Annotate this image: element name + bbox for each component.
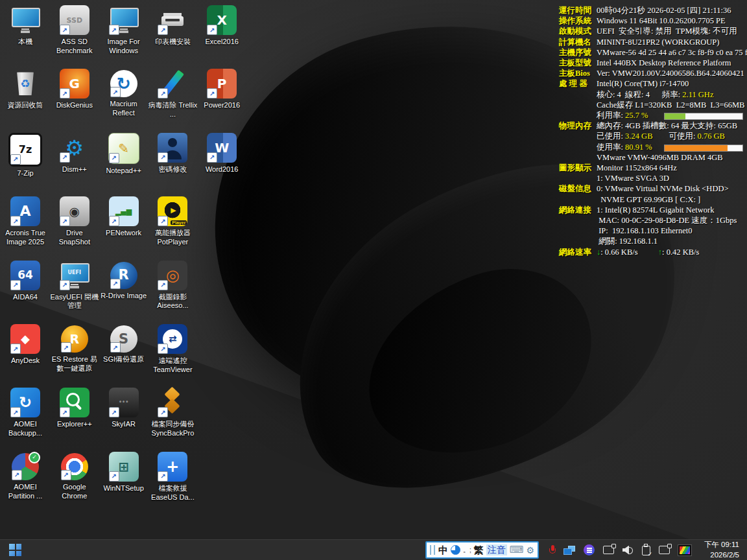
desktop-icon-aida64[interactable]: 64AIDA64 xyxy=(1,259,50,302)
ime-input-method[interactable]: 注音 xyxy=(486,544,507,555)
display-color-icon[interactable] xyxy=(678,545,691,555)
clock-date: 2026/2/5 xyxy=(699,550,739,560)
usb-eject-icon[interactable] xyxy=(642,546,650,555)
printer-setup-icon xyxy=(158,5,187,35)
desktop-icon-easeus-recovery[interactable]: +檔案救援 EaseUS Da... xyxy=(148,450,197,502)
mic-muted-icon[interactable] xyxy=(549,545,555,555)
desktop-icon-easyuefi[interactable]: UEFIEasyUEFI 開機管理 xyxy=(50,259,99,311)
sysinfo-line: 核心: 4 線程: 4 頻率: 2.11 GHz xyxy=(559,89,746,100)
desktop-icon-power2016[interactable]: PPower2016 xyxy=(197,67,246,110)
shortcut-arrow-icon xyxy=(60,216,70,226)
desktop-icon-label: AIDA64 xyxy=(1,293,50,302)
taskbar-clock[interactable]: 下午 09:11 2026/2/5 xyxy=(699,540,739,560)
desktop-icon-macrium-reflect[interactable]: ↻Macrium Reflect xyxy=(99,67,148,118)
gear-icon[interactable]: ⚙ xyxy=(526,546,534,555)
desktop-icon-r-drive-image[interactable]: RR-Drive Image xyxy=(99,259,148,301)
desktop-icon-label: SGI備份還原 xyxy=(99,355,148,364)
network-computers-icon[interactable] xyxy=(563,546,575,555)
7zip-icon: 7z xyxy=(8,133,42,167)
desktop-icon-trellix-antivirus[interactable]: 病毒清除 Trellix ... xyxy=(148,67,197,119)
desktop-icon-skyiar[interactable]: •••SkyIAR xyxy=(99,386,148,429)
shortcut-arrow-icon xyxy=(10,344,21,354)
monitor-plug-icon[interactable] xyxy=(603,546,614,554)
desktop-icon-winntsetup[interactable]: ⊞WinNTSetup xyxy=(99,450,148,493)
keyboard-icon[interactable]: ⌨ xyxy=(510,545,524,555)
ime-shape-mode-icon[interactable] xyxy=(451,545,460,555)
desktop-icon-syncbackpro[interactable]: 檔案同步備份 SyncBackPro xyxy=(148,386,197,438)
password-change-icon xyxy=(158,133,187,163)
desktop-icon-penetwork[interactable]: ▂▄▆PENetwork xyxy=(99,195,148,238)
volume-icon[interactable] xyxy=(622,546,634,555)
sysinfo-line: 網絡連接1: Intel(R) 82574L Gigabit Network xyxy=(559,205,746,215)
syncbackpro-icon xyxy=(158,388,187,417)
notepadpp-icon: ✎ xyxy=(108,133,139,164)
sysinfo-value: 使用率: xyxy=(597,143,625,152)
desktop-icon-recycle-bin[interactable]: ♻資源回收筒 xyxy=(1,67,50,110)
desktop-icon-word2016[interactable]: WWord2016 xyxy=(197,132,246,174)
shortcut-arrow-icon xyxy=(110,279,121,289)
sysinfo-line: 網關: 192.168.1.1 xyxy=(559,236,746,246)
ime-script-mode[interactable]: 繁 xyxy=(474,545,484,555)
desktop-icon-label: ES Restore 易數一鍵還原 xyxy=(50,355,99,373)
desktop-icon-label: 密碼修改 xyxy=(148,165,197,174)
monitor-plug-icon-2[interactable] xyxy=(659,546,670,554)
desktop-icon-diskgenius[interactable]: GDiskGenius xyxy=(50,67,99,110)
desktop-icon-drive-snapshot[interactable]: ◉Drive SnapShot xyxy=(50,195,99,247)
desktop-icon-notepadpp[interactable]: ✎Notepad++ xyxy=(99,132,148,176)
shortcut-arrow-icon xyxy=(10,280,21,290)
desktop-icon-teamviewer[interactable]: ⇄遠端遙控 TeamViewer xyxy=(148,323,197,375)
sysinfo-line: 運行時間00時04分21秒 2026-02-05 [四] 21:11:36 xyxy=(559,5,746,16)
es-restore-icon: R xyxy=(61,325,88,353)
sysinfo-value: VMware-56 4d 25 44 a6 c7 3c f8-f9 c0 ea … xyxy=(597,48,747,57)
desktop-icon-label: 本機 xyxy=(1,38,50,47)
shortcut-arrow-icon xyxy=(12,470,22,480)
sysinfo-value: : 0.42 KB/s xyxy=(662,248,699,257)
desktop-icon-potplayer[interactable]: ▶萬能播放器 PotPlayer xyxy=(148,195,197,247)
desktop-icon-google-chrome[interactable]: Google Chrome xyxy=(50,450,99,501)
desktop-icon-aiseesoft-recorder[interactable]: ◎截圖錄影 Aiseeso... xyxy=(148,259,197,311)
desktop-icon-acronis-true-image[interactable]: AAcronis True Image 2025 xyxy=(1,195,50,247)
desktop-icon-label: EasyUEFI 開機管理 xyxy=(50,293,99,311)
desktop-icon-image-for-windows[interactable]: Image For Windows xyxy=(99,4,148,56)
desktop-icon-excel2016[interactable]: XExcel2016 xyxy=(197,4,246,47)
desktop-icon-aomei-partition[interactable]: ✓AOMEI Partition ... xyxy=(1,450,50,501)
desktop-icon-dism[interactable]: ⚙Dism++ xyxy=(50,132,99,174)
shortcut-arrow-icon xyxy=(60,152,70,163)
sysinfo-value: VMware VMW-4096MB DRAM 4GB xyxy=(597,153,723,162)
desktop-icon-explorerpp[interactable]: Explorer++ xyxy=(50,386,99,429)
desktop-icon-anydesk[interactable]: ◆AnyDesk xyxy=(1,323,50,366)
desktop-icon-aomei-backupper[interactable]: ↻AOMEI Backupp... xyxy=(1,386,50,438)
desktop-icon-password-change[interactable]: 密碼修改 xyxy=(148,132,197,174)
desktop-icon-label: 7-Zip xyxy=(1,169,50,178)
desktop-icon-label: Drive SnapShot xyxy=(50,229,99,247)
sysinfo-line: VMware VMW-4096MB DRAM 4GB xyxy=(559,152,746,163)
ime-grip-handle[interactable] xyxy=(430,545,435,555)
notepadpp-glyph: ✎ xyxy=(118,142,129,155)
desktop-icon-label: 印表機安裝 xyxy=(148,38,197,47)
desktop-icon-label: 檔案救援 EaseUS Da... xyxy=(148,484,197,502)
desktop-icon-es-restore[interactable]: RES Restore 易數一鍵還原 xyxy=(50,323,99,373)
potplayer-icon: ▶ xyxy=(158,196,187,226)
desktop-icon-sgi-backup[interactable]: SSGI備份還原 xyxy=(99,323,148,364)
menu-circle-icon[interactable] xyxy=(584,544,595,555)
ime-punctuation-mode[interactable]: 。; xyxy=(463,546,471,555)
desktop-icon-label: Google Chrome xyxy=(50,483,99,501)
sysinfo-line: 使用率: 80.91 % xyxy=(559,142,746,152)
start-button[interactable] xyxy=(9,544,21,556)
sysinfo-label: 磁盤信息 xyxy=(559,183,591,194)
desktop-icon-label: R-Drive Image xyxy=(99,292,148,301)
desktop-icon-label: PENetwork xyxy=(99,229,148,238)
sysinfo-label: 主機序號 xyxy=(559,47,591,58)
shortcut-arrow-icon xyxy=(158,471,168,482)
sysinfo-line: 主機序號VMware-56 4d 25 44 a6 c7 3c f8-f9 c0… xyxy=(559,47,746,58)
desktop-icon-7zip[interactable]: 7z7-Zip xyxy=(1,132,50,178)
sysinfo-line: 物理內存總內存: 4GB 插槽數: 64 最大支持: 65GB xyxy=(559,121,746,131)
shortcut-arrow-icon xyxy=(158,88,168,99)
shortcut-arrow-icon xyxy=(158,25,168,35)
desktop-icon-label: Word2016 xyxy=(197,165,246,174)
ime-language-bar[interactable]: 中 。; 繁 注音 ⌨ ⚙ xyxy=(425,541,539,559)
desktop-icon-this-pc[interactable]: 本機 xyxy=(1,4,50,47)
desktop-icon-printer-setup[interactable]: 印表機安裝 xyxy=(148,4,197,47)
desktop-icon-ssd-benchmark[interactable]: SSDASS SD Benchmark xyxy=(50,4,99,56)
ime-language-mode[interactable]: 中 xyxy=(438,545,448,555)
